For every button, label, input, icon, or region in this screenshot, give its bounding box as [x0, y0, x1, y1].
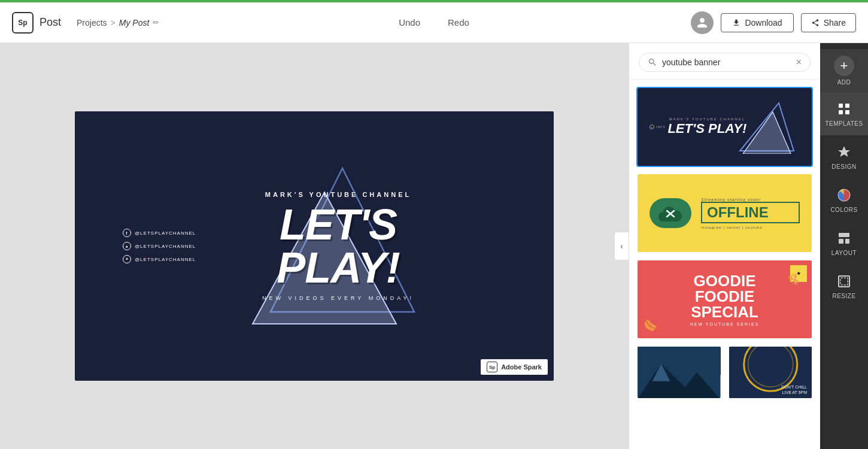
template-card-4b[interactable]: DON'T CHILLLIVE AT 9PM	[728, 345, 814, 399]
template-row-4: ENJOYTHECONCERT. DON'T CHILLLIVE AT 9PM	[636, 345, 813, 399]
app-title: Post	[40, 16, 61, 29]
colors-icon	[836, 187, 852, 204]
templates-grid: ● INFO MARK'S YOUTUBE CHANNEL LET'S PLAY…	[629, 80, 820, 449]
design-canvas[interactable]: f @LETSPLAYCHANNEL ● @LETSPLAYCHANNEL ✦ …	[75, 111, 554, 381]
channel-name: MARK'S YOUTUBE CHANNEL	[218, 191, 458, 198]
header-center: Undo Redo	[394, 15, 474, 30]
search-clear-button[interactable]: ×	[796, 57, 802, 67]
app-logo: Sp	[12, 12, 34, 34]
twitter-icon: ✦	[123, 255, 131, 263]
template-card-2[interactable]: Streaming starting soon! OFFLINE instagr…	[636, 173, 813, 253]
template-card-4a[interactable]: ENJOYTHECONCERT.	[636, 345, 722, 399]
canvas-area: f @LETSPLAYCHANNEL ● @LETSPLAYCHANNEL ✦ …	[0, 43, 629, 449]
sidebar-item-colors[interactable]: COLORS	[820, 178, 868, 222]
header: Sp Post Projects > My Post ✏ Undo Redo D…	[0, 2, 868, 43]
cloud-icon	[658, 205, 682, 222]
right-panel: × ● INFO	[629, 43, 820, 449]
template-4b-preview: DON'T CHILLLIVE AT 9PM	[729, 347, 812, 399]
main-area: f @LETSPLAYCHANNEL ● @LETSPLAYCHANNEL ✦ …	[0, 43, 868, 449]
breadcrumb-separator: >	[111, 18, 116, 28]
sidebar-item-add[interactable]: + ADD	[820, 49, 868, 92]
watermark: Sp Adobe Spark	[481, 359, 548, 375]
svg-rect-15	[845, 110, 849, 114]
sidebar-item-templates[interactable]: TEMPLATES	[820, 92, 868, 135]
template-2-text: Streaming starting soon! OFFLINE instagr…	[701, 198, 800, 229]
instagram-icon: ●	[123, 242, 131, 250]
header-right: Download Share	[691, 11, 856, 34]
sidebar-item-templates-label: TEMPLATES	[825, 120, 863, 127]
template-4b-text: DON'T CHILLLIVE AT 9PM	[781, 384, 807, 395]
svg-rect-14	[839, 110, 843, 114]
sidebar-item-add-label: ADD	[837, 79, 851, 86]
social-facebook: f @LETSPLAYCHANNEL	[123, 229, 196, 237]
download-icon	[732, 19, 740, 27]
template-2-preview: Streaming starting soon! OFFLINE instagr…	[638, 174, 812, 252]
canvas-social: f @LETSPLAYCHANNEL ● @LETSPLAYCHANNEL ✦ …	[123, 229, 196, 263]
share-icon	[811, 19, 820, 27]
sidebar-item-resize-label: RESIZE	[832, 293, 855, 299]
layout-icon	[836, 230, 852, 247]
svg-rect-21	[840, 278, 848, 285]
sidebar-item-design-label: DESIGN	[831, 163, 856, 170]
svg-rect-18	[839, 239, 843, 244]
search-input-wrapper: ×	[639, 53, 811, 72]
template-3-text: GOODIEFOODIESPECIAL NEW YOUTUBE SERIES	[690, 273, 760, 326]
download-button[interactable]: Download	[721, 13, 793, 32]
template-1-left-info: ● INFO	[650, 125, 666, 129]
sidebar-item-layout[interactable]: LAYOUT	[820, 222, 868, 265]
concert-image	[638, 347, 721, 398]
template-3-deco-right: 🍕	[787, 272, 800, 286]
canvas-wrapper: f @LETSPLAYCHANNEL ● @LETSPLAYCHANNEL ✦ …	[75, 111, 554, 381]
sidebar-item-colors-label: COLORS	[830, 207, 857, 213]
facebook-icon: f	[123, 229, 131, 237]
search-bar: ×	[629, 43, 820, 80]
design-icon	[836, 144, 852, 160]
sidebar-item-resize[interactable]: RESIZE	[820, 265, 868, 308]
canvas-subtitle: NEW VIDEOS EVERY MONDAY!	[218, 295, 458, 301]
template-4a-bg	[638, 347, 721, 398]
undo-button[interactable]: Undo	[394, 15, 425, 30]
breadcrumb: Projects > My Post ✏	[77, 18, 159, 28]
template-card-3[interactable]: ★ 🌭 🍕 GOODIEFOODIESPECIAL NEW YOUTUBE SE…	[636, 259, 813, 339]
user-icon	[696, 17, 708, 29]
user-avatar-button[interactable]	[691, 11, 714, 34]
template-2-cloud	[650, 198, 691, 228]
template-1-preview: ● INFO MARK'S YOUTUBE CHANNEL LET'S PLAY…	[638, 88, 812, 166]
collapse-panel-button[interactable]: ‹	[614, 232, 629, 260]
svg-rect-13	[845, 104, 849, 108]
breadcrumb-current: My Post	[119, 18, 150, 28]
templates-icon	[836, 101, 852, 117]
breadcrumb-projects[interactable]: Projects	[77, 18, 107, 28]
svg-rect-19	[845, 239, 849, 244]
social-twitter: ✦ @LETSPLAYCHANNEL	[123, 255, 196, 263]
sidebar-item-design[interactable]: DESIGN	[820, 135, 868, 178]
canvas-big-title: LET'S PLAY!	[218, 203, 458, 289]
canvas-main-content: MARK'S YOUTUBE CHANNEL LET'S PLAY! NEW V…	[218, 191, 458, 301]
header-left: Sp Post Projects > My Post ✏	[12, 12, 691, 34]
template-4a-preview: ENJOYTHECONCERT.	[638, 347, 721, 375]
share-button[interactable]: Share	[801, 13, 856, 32]
search-input[interactable]	[662, 57, 791, 67]
edit-title-icon[interactable]: ✏	[153, 18, 159, 27]
template-card-1[interactable]: ● INFO MARK'S YOUTUBE CHANNEL LET'S PLAY…	[636, 87, 813, 167]
social-instagram: ● @LETSPLAYCHANNEL	[123, 242, 196, 250]
svg-rect-12	[839, 104, 843, 108]
template-3-preview: ★ 🌭 🍕 GOODIEFOODIESPECIAL NEW YOUTUBE SE…	[638, 260, 812, 338]
resize-icon	[836, 273, 852, 290]
template-1-text: MARK'S YOUTUBE CHANNEL LET'S PLAY!	[667, 117, 746, 136]
sidebar-item-layout-label: LAYOUT	[831, 250, 857, 256]
add-circle-icon: +	[834, 56, 854, 76]
search-icon	[648, 57, 657, 67]
watermark-logo: Sp	[487, 362, 497, 372]
template-3-deco-left: 🌭	[644, 318, 658, 332]
redo-button[interactable]: Redo	[443, 15, 474, 30]
sidebar-icons: + ADD TEMPLATES DESIGN	[820, 43, 868, 449]
svg-rect-17	[839, 233, 849, 237]
